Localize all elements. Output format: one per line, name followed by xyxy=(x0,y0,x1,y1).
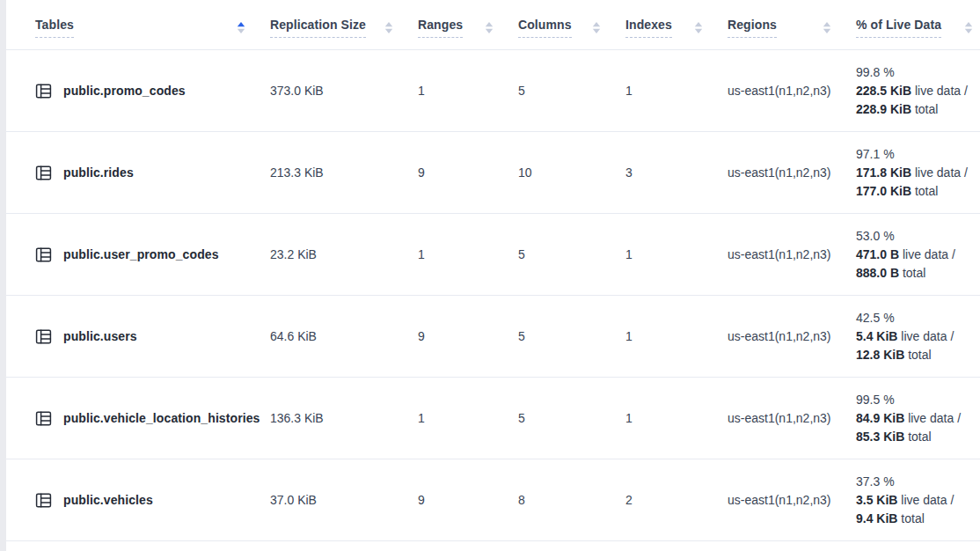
regions-cell: us-east1(n1,n2,n3) xyxy=(728,247,856,261)
table-header-row: Tables Replication Size Ranges Columns I… xyxy=(6,0,980,50)
column-header-regions[interactable]: Regions xyxy=(728,18,856,38)
columns-cell: 10 xyxy=(518,165,625,180)
sort-arrows-icon[interactable] xyxy=(384,21,393,34)
live-data-percent: 97.1 % xyxy=(856,145,975,164)
table-name-link[interactable]: public.vehicles xyxy=(63,493,153,507)
replication-size-cell: 373.0 KiB xyxy=(270,84,418,98)
indexes-cell: 1 xyxy=(625,247,728,261)
table-name-cell[interactable]: public.users xyxy=(6,328,270,345)
columns-cell: 5 xyxy=(518,247,625,261)
column-header-ranges[interactable]: Ranges xyxy=(418,18,518,38)
live-data-percent: 53.0 % xyxy=(856,227,975,246)
column-header-label: % of Live Data xyxy=(856,18,941,38)
ranges-cell: 1 xyxy=(418,411,518,425)
table-grid-icon xyxy=(35,165,52,181)
table-row[interactable]: public.rides 213.3 KiB 9 10 3 us-east1(n… xyxy=(6,132,980,214)
ranges-cell: 9 xyxy=(418,493,518,507)
table-body: public.promo_codes 373.0 KiB 1 5 1 us-ea… xyxy=(6,50,980,541)
live-data-percent: 42.5 % xyxy=(856,309,975,327)
live-data-size: 471.0 B live data / xyxy=(856,246,975,264)
table-row[interactable]: public.vehicles 37.0 KiB 9 8 2 us-east1(… xyxy=(6,459,980,541)
table-name-link[interactable]: public.user_promo_codes xyxy=(63,247,219,261)
replication-size-cell: 213.3 KiB xyxy=(270,165,418,180)
columns-cell: 8 xyxy=(518,493,625,507)
column-header-label: Ranges xyxy=(418,18,463,38)
total-data-size: 177.0 KiB total xyxy=(856,182,975,201)
total-data-size: 85.3 KiB total xyxy=(856,428,975,446)
table-name-link[interactable]: public.promo_codes xyxy=(63,84,186,98)
table-row[interactable]: public.promo_codes 373.0 KiB 1 5 1 us-ea… xyxy=(6,50,980,132)
columns-cell: 5 xyxy=(518,84,625,98)
table-name-cell[interactable]: public.promo_codes xyxy=(6,83,270,99)
live-data-cell: 37.3 % 3.5 KiB live data / 9.4 KiB total xyxy=(856,473,980,528)
indexes-cell: 1 xyxy=(625,411,728,425)
live-data-percent: 37.3 % xyxy=(856,473,975,491)
ranges-cell: 9 xyxy=(418,165,518,180)
total-data-size: 228.9 KiB total xyxy=(856,100,975,119)
replication-size-cell: 37.0 KiB xyxy=(270,493,418,507)
live-data-percent: 99.5 % xyxy=(856,391,975,409)
column-header-live-data[interactable]: % of Live Data xyxy=(856,18,980,38)
page-edge-strip xyxy=(0,0,6,551)
live-data-percent: 99.8 % xyxy=(856,63,975,82)
column-header-label: Indexes xyxy=(625,18,672,38)
indexes-cell: 1 xyxy=(625,329,728,343)
indexes-cell: 1 xyxy=(625,84,728,98)
table-name-link[interactable]: public.vehicle_location_histories xyxy=(63,411,260,425)
sort-arrows-icon[interactable] xyxy=(485,21,494,34)
live-data-cell: 42.5 % 5.4 KiB live data / 12.8 KiB tota… xyxy=(856,309,980,364)
total-data-size: 12.8 KiB total xyxy=(856,346,975,364)
table-grid-icon xyxy=(35,246,52,263)
live-data-size: 3.5 KiB live data / xyxy=(856,491,975,510)
column-header-label: Tables xyxy=(35,18,74,38)
table-row[interactable]: public.vehicle_location_histories 136.3 … xyxy=(6,378,980,459)
regions-cell: us-east1(n1,n2,n3) xyxy=(728,84,856,98)
column-header-indexes[interactable]: Indexes xyxy=(625,18,728,38)
column-header-columns[interactable]: Columns xyxy=(518,18,625,38)
live-data-size: 228.5 KiB live data / xyxy=(856,82,975,100)
live-data-size: 171.8 KiB live data / xyxy=(856,164,975,182)
ranges-cell: 1 xyxy=(418,247,518,261)
total-data-size: 9.4 KiB total xyxy=(856,510,975,528)
table-grid-icon xyxy=(35,492,52,509)
regions-cell: us-east1(n1,n2,n3) xyxy=(728,165,856,180)
table-row[interactable]: public.user_promo_codes 23.2 KiB 1 5 1 u… xyxy=(6,214,980,296)
live-data-cell: 97.1 % 171.8 KiB live data / 177.0 KiB t… xyxy=(856,145,980,201)
table-grid-icon xyxy=(35,83,52,99)
column-header-replication-size[interactable]: Replication Size xyxy=(270,18,418,38)
regions-cell: us-east1(n1,n2,n3) xyxy=(728,329,856,343)
live-data-cell: 99.5 % 84.9 KiB live data / 85.3 KiB tot… xyxy=(856,391,980,446)
sort-arrows-icon[interactable] xyxy=(964,21,973,34)
table-name-cell[interactable]: public.user_promo_codes xyxy=(6,246,270,263)
table-name-cell[interactable]: public.vehicles xyxy=(6,492,270,509)
indexes-cell: 2 xyxy=(625,493,728,507)
replication-size-cell: 23.2 KiB xyxy=(270,247,418,261)
ranges-cell: 1 xyxy=(418,84,518,98)
table-row[interactable]: public.users 64.6 KiB 9 5 1 us-east1(n1,… xyxy=(6,296,980,378)
tables-list-panel: Tables Replication Size Ranges Columns I… xyxy=(6,0,980,551)
sort-arrows-icon[interactable] xyxy=(592,21,601,34)
column-header-tables[interactable]: Tables xyxy=(6,18,270,38)
column-header-label: Columns xyxy=(518,18,572,38)
table-grid-icon xyxy=(35,410,52,427)
column-header-label: Replication Size xyxy=(270,18,366,38)
columns-cell: 5 xyxy=(518,411,625,425)
table-name-link[interactable]: public.users xyxy=(63,329,137,343)
table-grid-icon xyxy=(35,328,52,345)
regions-cell: us-east1(n1,n2,n3) xyxy=(728,411,856,425)
indexes-cell: 3 xyxy=(625,165,728,180)
sort-arrows-icon[interactable] xyxy=(237,21,245,34)
table-name-cell[interactable]: public.vehicle_location_histories xyxy=(6,410,270,427)
live-data-size: 5.4 KiB live data / xyxy=(856,327,975,346)
live-data-size: 84.9 KiB live data / xyxy=(856,409,975,428)
table-name-cell[interactable]: public.rides xyxy=(6,165,270,181)
replication-size-cell: 136.3 KiB xyxy=(270,411,418,425)
live-data-cell: 99.8 % 228.5 KiB live data / 228.9 KiB t… xyxy=(856,63,980,119)
table-name-link[interactable]: public.rides xyxy=(63,165,134,180)
columns-cell: 5 xyxy=(518,329,625,343)
sort-arrows-icon[interactable] xyxy=(694,21,703,34)
sort-arrows-icon[interactable] xyxy=(823,21,831,34)
column-header-label: Regions xyxy=(728,18,777,38)
ranges-cell: 9 xyxy=(418,329,518,343)
total-data-size: 888.0 B total xyxy=(856,264,975,283)
